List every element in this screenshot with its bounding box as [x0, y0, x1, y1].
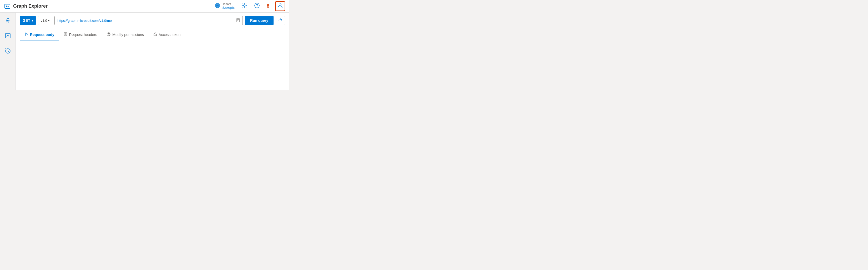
- main-layout: GET ▾ v1.0 ▾ Run query: [0, 12, 289, 90]
- help-question-icon: [254, 3, 260, 10]
- tab-content: [20, 41, 285, 90]
- http-method-label: GET: [23, 19, 30, 23]
- url-input[interactable]: [55, 16, 234, 25]
- key-circle-icon: [106, 32, 111, 37]
- profile-user-icon: [277, 3, 283, 10]
- settings-button[interactable]: [240, 2, 248, 11]
- svg-point-23: [108, 34, 110, 35]
- method-chevron-icon: ▾: [32, 19, 33, 22]
- svg-point-9: [279, 4, 281, 6]
- document-header-icon: [64, 32, 68, 37]
- tab-access-token[interactable]: Access token: [149, 30, 185, 40]
- tenant-info: Tenant Sample: [222, 2, 235, 10]
- tab-access-token-label: Access token: [159, 33, 180, 37]
- profile-button[interactable]: [275, 1, 285, 11]
- run-query-label: Run query: [250, 19, 268, 23]
- app-logo-icon: [4, 3, 10, 9]
- play-triangle-icon: [25, 32, 28, 37]
- tab-modify-permissions[interactable]: Modify permissions: [102, 29, 149, 41]
- version-chevron-icon: ▾: [48, 19, 50, 22]
- tabs-bar: Request body Request headers: [20, 29, 285, 41]
- settings-gear-icon: [242, 3, 247, 10]
- api-version-label: v1.0: [41, 19, 48, 23]
- sidebar-item-query[interactable]: [3, 31, 12, 42]
- url-input-container: [55, 16, 243, 25]
- svg-point-10: [7, 20, 8, 21]
- content-area: GET ▾ v1.0 ▾ Run query: [16, 12, 289, 90]
- api-version-dropdown[interactable]: v1.0 ▾: [38, 16, 53, 25]
- app-title: Graph Explorer: [13, 3, 48, 9]
- run-query-button[interactable]: Run query: [245, 16, 274, 25]
- tenant-label: Tenant: [222, 2, 231, 6]
- navbar: Graph Explorer Tenant Sample: [0, 0, 289, 12]
- help-button[interactable]: [253, 2, 261, 11]
- tab-request-body[interactable]: Request body: [20, 30, 59, 40]
- http-method-dropdown[interactable]: GET ▾: [20, 16, 36, 25]
- tab-modify-permissions-label: Modify permissions: [112, 33, 144, 37]
- chart-icon: [5, 33, 11, 40]
- share-icon: [278, 18, 283, 23]
- svg-point-8: [257, 7, 257, 7]
- tab-request-body-label: Request body: [30, 33, 55, 37]
- tenant-value: Sample: [222, 6, 235, 10]
- notifications-button[interactable]: 8: [266, 2, 270, 10]
- navbar-left: Graph Explorer: [4, 3, 48, 9]
- share-button[interactable]: [276, 16, 285, 25]
- svg-point-28: [155, 35, 155, 35]
- tab-request-headers-label: Request headers: [69, 33, 97, 37]
- sidebar-item-history[interactable]: [3, 46, 12, 57]
- svg-point-6: [243, 5, 245, 7]
- tab-request-headers[interactable]: Request headers: [59, 30, 102, 40]
- rocket-icon: [5, 17, 11, 25]
- sidebar-item-explore[interactable]: [3, 16, 12, 27]
- navbar-right: Tenant Sample: [214, 1, 285, 11]
- history-icon: [5, 48, 11, 56]
- query-bar: GET ▾ v1.0 ▾ Run query: [20, 16, 285, 25]
- lock-icon: [153, 32, 157, 37]
- sidebar: [0, 12, 16, 90]
- document-icon: [234, 18, 243, 23]
- tenant-button[interactable]: Tenant Sample: [214, 1, 236, 11]
- globe-icon: [215, 3, 220, 10]
- notifications-count: 8: [267, 3, 269, 9]
